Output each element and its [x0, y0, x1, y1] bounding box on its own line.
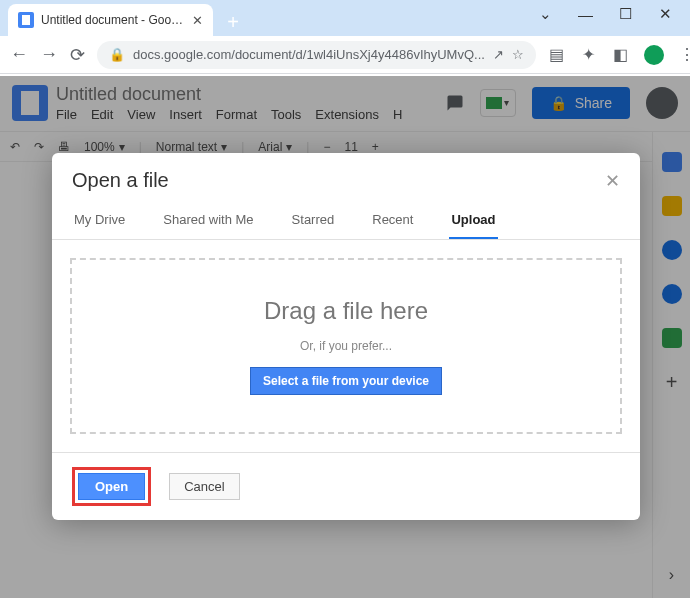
tab-title: Untitled document - Google Doc...	[41, 13, 185, 27]
tab-close-icon[interactable]: ✕	[192, 13, 203, 28]
tab-upload[interactable]: Upload	[449, 202, 497, 239]
bookmark-icon[interactable]: ☆	[512, 47, 524, 62]
extension2-icon[interactable]: ◧	[612, 46, 630, 64]
cancel-button[interactable]: Cancel	[169, 473, 239, 500]
lock-icon: 🔒	[109, 47, 125, 62]
dialog-title: Open a file	[72, 169, 169, 192]
maximize-icon[interactable]: ☐	[618, 5, 632, 23]
open-button[interactable]: Open	[78, 473, 145, 500]
extension-icon[interactable]: ▤	[548, 46, 566, 64]
tab-starred[interactable]: Starred	[290, 202, 337, 239]
select-file-button[interactable]: Select a file from your device	[250, 367, 442, 395]
tab-shared-with-me[interactable]: Shared with Me	[161, 202, 255, 239]
forward-icon[interactable]: →	[40, 44, 58, 65]
minimize-icon[interactable]: —	[578, 6, 592, 23]
dialog-tabs: My Drive Shared with Me Starred Recent U…	[52, 202, 640, 240]
tab-recent[interactable]: Recent	[370, 202, 415, 239]
chevron-down-icon[interactable]: ⌄	[538, 5, 552, 23]
dialog-close-icon[interactable]: ✕	[605, 170, 620, 192]
browser-toolbar: ← → ⟳ 🔒 docs.google.com/document/d/1wl4i…	[0, 36, 690, 74]
share-url-icon[interactable]: ↗	[493, 47, 504, 62]
open-button-highlight: Open	[72, 467, 151, 506]
kebab-menu-icon[interactable]: ⋮	[678, 46, 690, 64]
window-titlebar: Untitled document - Google Doc... ✕ + ⌄ …	[0, 0, 690, 36]
file-dropzone[interactable]: Drag a file here Or, if you prefer... Se…	[70, 258, 622, 434]
tab-my-drive[interactable]: My Drive	[72, 202, 127, 239]
reload-icon[interactable]: ⟳	[70, 44, 85, 66]
open-file-dialog: Open a file ✕ My Drive Shared with Me St…	[52, 153, 640, 520]
back-icon[interactable]: ←	[10, 44, 28, 65]
window-controls: ⌄ — ☐ ✕	[538, 0, 690, 36]
extensions-puzzle-icon[interactable]: ✦	[580, 46, 598, 64]
docs-favicon-icon	[18, 12, 34, 28]
address-bar[interactable]: 🔒 docs.google.com/document/d/1wl4iUnsXj4…	[97, 41, 536, 69]
new-tab-button[interactable]: +	[219, 8, 247, 36]
profile-avatar-icon[interactable]	[644, 45, 664, 65]
close-icon[interactable]: ✕	[658, 5, 672, 23]
browser-tab[interactable]: Untitled document - Google Doc... ✕	[8, 4, 213, 36]
dropzone-title: Drag a file here	[264, 297, 428, 325]
url-text: docs.google.com/document/d/1wl4iUnsXj4y4…	[133, 47, 485, 62]
dropzone-subtitle: Or, if you prefer...	[300, 339, 392, 353]
